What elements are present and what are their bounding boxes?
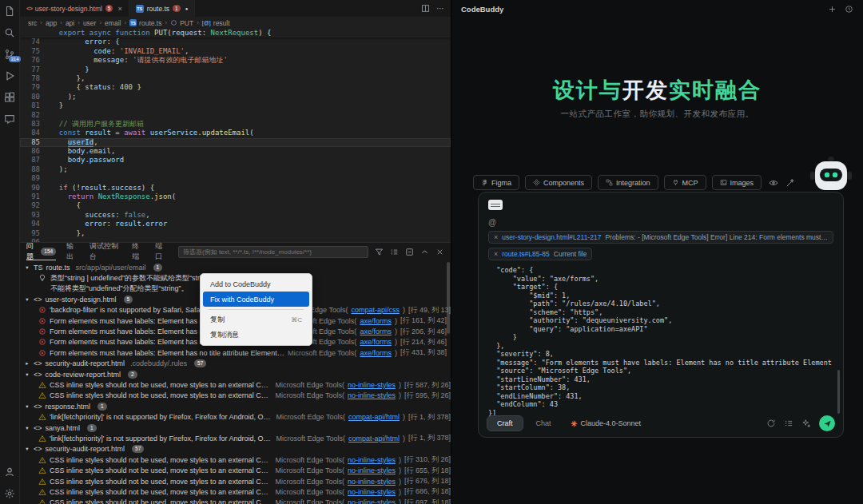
collapse-all-icon[interactable] xyxy=(405,248,414,256)
wand-icon[interactable] xyxy=(785,178,795,188)
code-line[interactable]: 92 { xyxy=(20,201,451,210)
refresh-context-icon[interactable] xyxy=(766,419,776,428)
breadcrumb-item-route.ts[interactable]: TSroute.ts xyxy=(129,19,161,27)
problems-file-row[interactable]: ▾<>sanya.html1 xyxy=(20,423,451,433)
problems-scrollbar[interactable] xyxy=(447,262,450,334)
code-line[interactable]: 82 xyxy=(20,111,451,120)
code-line[interactable]: 90 if (!result.success) { xyxy=(20,184,451,192)
problem-row[interactable]: CSS inline styles should not be used, mo… xyxy=(20,391,451,401)
problems-file-row[interactable]: ▾<>security-audit-report.html57 xyxy=(20,444,451,454)
more-actions-icon[interactable]: ⋯ xyxy=(436,4,444,13)
send-button[interactable] xyxy=(819,415,835,431)
problem-rule-link[interactable]: axe/forms xyxy=(360,327,392,335)
problem-rule-link[interactable]: compat-api/html xyxy=(348,413,400,421)
code-line[interactable]: 89 xyxy=(20,174,451,183)
context-chip[interactable]: ×user-story-design.html#L211-217Problems… xyxy=(488,231,833,244)
panel-tab-终端[interactable]: 终端 xyxy=(132,243,145,260)
problem-rule-link[interactable]: no-inline-styles xyxy=(348,391,396,399)
problem-rule-link[interactable]: no-inline-styles xyxy=(348,498,396,504)
problem-rule-link[interactable]: axe/forms xyxy=(360,317,392,325)
history-icon[interactable] xyxy=(845,5,853,14)
code-line[interactable]: 86 body.email, xyxy=(20,147,451,156)
problems-file-row[interactable]: ▸<>security-audit-report.html.codebuddy/… xyxy=(20,359,451,369)
maximize-panel-icon[interactable] xyxy=(420,248,429,256)
editor-tab-route.ts[interactable]: TSroute.ts1● xyxy=(129,0,196,17)
context-chip[interactable]: ×route.ts#L85-85Current file xyxy=(488,248,592,260)
breadcrumb-item-api[interactable]: api xyxy=(66,19,74,27)
breadcrumb-item-app[interactable]: app xyxy=(46,19,57,27)
capability-chip-MCP[interactable]: MCP xyxy=(664,175,706,190)
problems-file-row[interactable]: ▾<>response.html1 xyxy=(20,401,451,411)
code-line[interactable]: 80 ); xyxy=(20,93,451,101)
problems-file-row[interactable]: ▾<>code-review-report.html2 xyxy=(20,369,451,379)
code-line[interactable]: 88 ); xyxy=(20,165,451,174)
problems-filter-input[interactable] xyxy=(178,246,368,258)
capability-chip-Integration[interactable]: Integration xyxy=(598,175,658,190)
code-line[interactable]: 75 code: 'INVALID_EMAIL', xyxy=(20,47,451,56)
tab-close-icon[interactable]: × xyxy=(117,5,121,13)
chat-code-block[interactable]: "code": { "value": "axe/forms", "target"… xyxy=(488,266,833,423)
menu-item-Fix with CodeBuddy[interactable]: Fix with CodeBuddy xyxy=(203,292,309,307)
problem-rule-link[interactable]: no-inline-styles xyxy=(348,466,396,474)
explorer-button[interactable] xyxy=(4,6,15,17)
problem-rule-link[interactable]: no-inline-styles xyxy=(348,456,396,464)
panel-tab-端口[interactable]: 端口 xyxy=(155,243,168,260)
problem-row[interactable]: 'link[fetchpriority]' is not supported b… xyxy=(20,433,451,443)
capability-chip-Images[interactable]: Images xyxy=(712,175,762,190)
breadcrumb-item-user[interactable]: user xyxy=(83,19,97,27)
settings-button[interactable] xyxy=(4,488,15,499)
mention-trigger[interactable]: @ xyxy=(488,218,833,227)
tab-dirty-icon[interactable]: ● xyxy=(185,6,189,11)
panel-tab-调试控制台[interactable]: 调试控制台 xyxy=(89,243,121,260)
new-chat-icon[interactable] xyxy=(828,5,837,14)
problem-row[interactable]: Form elements must have labels: Element … xyxy=(20,347,451,358)
mode-craft-button[interactable]: Craft xyxy=(487,415,523,431)
source-control-button[interactable]: 314 xyxy=(4,49,15,60)
menu-item-复制[interactable]: 复制⌘C xyxy=(203,312,309,327)
menu-item-Add to CodeBuddy[interactable]: Add to CodeBuddy xyxy=(203,276,309,292)
panel-tab-输出[interactable]: 输出 xyxy=(66,243,79,260)
problem-rule-link[interactable]: axe/forms xyxy=(360,338,392,346)
problem-row[interactable]: 'link[fetchpriority]' is not supported b… xyxy=(20,411,451,422)
capability-chip-Figma[interactable]: Figma xyxy=(473,175,519,190)
code-line[interactable]: 81 } xyxy=(20,101,451,110)
chat-scrollbar[interactable] xyxy=(837,370,840,414)
code-line[interactable]: 78 }, xyxy=(20,74,451,83)
breadcrumb-item-result[interactable]: [@]result xyxy=(202,19,230,27)
editor-tab-user-story-design.html[interactable]: <>user-story-design.html5× xyxy=(20,0,129,17)
problem-rule-link[interactable]: axe/forms xyxy=(360,349,392,357)
breadcrumb-item-email[interactable]: email xyxy=(105,19,121,27)
model-selector[interactable]: Claude-4.0-Sonnet xyxy=(571,419,642,427)
code-line[interactable]: 77 } xyxy=(20,65,451,74)
problem-row[interactable]: CSS inline styles should not be used, mo… xyxy=(20,498,451,504)
problem-rule-link[interactable]: compat-api/html xyxy=(348,435,400,442)
problems-file-row[interactable]: ▾TSroute.tssrc/app/api/user/email1 xyxy=(20,262,451,272)
chat-sidebar-button[interactable] xyxy=(4,113,15,125)
problem-rule-link[interactable]: no-inline-styles xyxy=(348,488,396,496)
run-debug-button[interactable] xyxy=(4,70,15,81)
code-line[interactable]: 79 { status: 400 } xyxy=(20,83,451,92)
mode-chat-button[interactable]: Chat xyxy=(527,415,561,431)
remove-chip-icon[interactable]: × xyxy=(494,250,498,258)
remove-chip-icon[interactable]: × xyxy=(494,233,498,241)
close-panel-icon[interactable] xyxy=(435,248,444,256)
code-line[interactable]: 91 return NextResponse.json( xyxy=(20,192,451,201)
capability-chip-Components[interactable]: Components xyxy=(525,175,592,190)
code-line[interactable]: 93 success: false, xyxy=(20,211,451,220)
attachment-thumbnail[interactable] xyxy=(488,200,503,210)
code-line[interactable]: 76 message: '请提供有效的电子邮箱地址' xyxy=(20,56,451,65)
split-editor-icon[interactable] xyxy=(421,4,430,13)
view-as-list-icon[interactable] xyxy=(390,248,399,256)
code-line[interactable]: 87 body.password xyxy=(20,156,451,165)
problem-rule-link[interactable]: compat-api/css xyxy=(351,306,400,314)
eye-icon[interactable] xyxy=(769,178,778,188)
task-list-icon[interactable] xyxy=(784,419,793,428)
problem-rule-link[interactable]: no-inline-styles xyxy=(348,478,396,486)
account-button[interactable] xyxy=(4,466,15,478)
search-button[interactable] xyxy=(4,27,15,38)
code-editor[interactable]: export async function PUT(request: NextR… xyxy=(20,29,451,242)
problem-row[interactable]: CSS inline styles should not be used, mo… xyxy=(20,476,451,486)
menu-item-复制消息[interactable]: 复制消息 xyxy=(203,327,309,343)
filter-icon[interactable] xyxy=(375,248,384,256)
panel-tab-问题[interactable]: 问题154 xyxy=(26,243,56,260)
